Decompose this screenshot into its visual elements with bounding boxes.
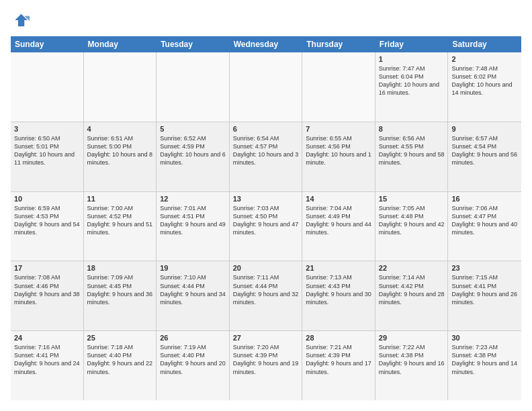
day-detail: Sunrise: 7:00 AM Sunset: 4:52 PM Dayligh… [87,204,153,237]
day-number: 18 [87,264,153,272]
day-detail: Sunrise: 7:22 AM Sunset: 4:38 PM Dayligh… [379,343,445,376]
day-cell-11: 11Sunrise: 7:00 AM Sunset: 4:52 PM Dayli… [84,192,157,261]
day-cell-4: 4Sunrise: 6:51 AM Sunset: 5:00 PM Daylig… [84,122,157,191]
day-number: 20 [233,264,299,272]
day-cell-2: 2Sunrise: 7:48 AM Sunset: 6:02 PM Daylig… [448,52,521,122]
day-cell-5: 5Sunrise: 6:52 AM Sunset: 4:59 PM Daylig… [157,122,230,191]
day-number: 26 [160,334,226,342]
day-detail: Sunrise: 7:04 AM Sunset: 4:49 PM Dayligh… [306,204,371,237]
day-number: 6 [233,125,299,133]
day-cell-6: 6Sunrise: 6:54 AM Sunset: 4:57 PM Daylig… [230,122,303,191]
day-number: 15 [379,195,445,203]
day-detail: Sunrise: 7:20 AM Sunset: 4:39 PM Dayligh… [233,343,299,376]
day-number: 17 [14,264,80,272]
day-detail: Sunrise: 6:57 AM Sunset: 4:54 PM Dayligh… [451,134,518,167]
day-number: 19 [160,264,226,272]
day-cell-12: 12Sunrise: 7:01 AM Sunset: 4:51 PM Dayli… [157,192,230,261]
calendar-week-1: 1Sunrise: 7:47 AM Sunset: 6:04 PM Daylig… [11,52,521,122]
day-detail: Sunrise: 7:47 AM Sunset: 6:04 PM Dayligh… [379,64,445,97]
header-day-saturday: Saturday [448,36,521,52]
day-detail: Sunrise: 7:15 AM Sunset: 4:41 PM Dayligh… [451,273,518,306]
day-cell-19: 19Sunrise: 7:10 AM Sunset: 4:44 PM Dayli… [157,261,230,330]
empty-cell [302,52,375,122]
calendar-week-4: 17Sunrise: 7:08 AM Sunset: 4:46 PM Dayli… [11,261,521,331]
logo [11,11,32,30]
calendar-week-3: 10Sunrise: 6:59 AM Sunset: 4:53 PM Dayli… [11,192,521,262]
header-day-thursday: Thursday [302,36,375,52]
day-cell-18: 18Sunrise: 7:09 AM Sunset: 4:45 PM Dayli… [84,261,157,330]
day-number: 30 [451,334,518,342]
header [11,11,521,30]
day-number: 13 [233,195,299,203]
day-detail: Sunrise: 7:11 AM Sunset: 4:44 PM Dayligh… [233,273,299,306]
day-number: 25 [87,334,153,342]
day-detail: Sunrise: 6:55 AM Sunset: 4:56 PM Dayligh… [306,134,371,167]
day-cell-3: 3Sunrise: 6:50 AM Sunset: 5:01 PM Daylig… [11,122,84,191]
calendar-week-2: 3Sunrise: 6:50 AM Sunset: 5:01 PM Daylig… [11,122,521,192]
day-cell-23: 23Sunrise: 7:15 AM Sunset: 4:41 PM Dayli… [448,261,521,330]
day-number: 23 [451,264,518,272]
day-number: 3 [14,125,80,133]
day-number: 8 [379,125,445,133]
day-detail: Sunrise: 7:18 AM Sunset: 4:40 PM Dayligh… [87,343,153,376]
header-day-tuesday: Tuesday [157,36,230,52]
day-cell-9: 9Sunrise: 6:57 AM Sunset: 4:54 PM Daylig… [448,122,521,191]
day-number: 1 [379,55,445,63]
day-number: 22 [379,264,445,272]
day-detail: Sunrise: 7:08 AM Sunset: 4:46 PM Dayligh… [14,273,80,306]
empty-cell [84,52,157,122]
day-cell-16: 16Sunrise: 7:06 AM Sunset: 4:47 PM Dayli… [448,192,521,261]
header-day-sunday: Sunday [11,36,84,52]
day-cell-15: 15Sunrise: 7:05 AM Sunset: 4:48 PM Dayli… [375,192,449,261]
day-number: 12 [160,195,226,203]
empty-cell [157,52,230,122]
day-number: 5 [160,125,226,133]
day-detail: Sunrise: 7:21 AM Sunset: 4:39 PM Dayligh… [306,343,371,376]
empty-cell [230,52,303,122]
day-detail: Sunrise: 6:54 AM Sunset: 4:57 PM Dayligh… [233,134,299,167]
day-detail: Sunrise: 7:13 AM Sunset: 4:43 PM Dayligh… [306,273,371,306]
day-number: 9 [451,125,518,133]
day-cell-7: 7Sunrise: 6:55 AM Sunset: 4:56 PM Daylig… [302,122,375,191]
day-cell-14: 14Sunrise: 7:04 AM Sunset: 4:49 PM Dayli… [302,192,375,261]
calendar-body: 1Sunrise: 7:47 AM Sunset: 6:04 PM Daylig… [11,52,521,400]
day-detail: Sunrise: 7:01 AM Sunset: 4:51 PM Dayligh… [160,204,226,237]
day-number: 4 [87,125,153,133]
day-cell-17: 17Sunrise: 7:08 AM Sunset: 4:46 PM Dayli… [11,261,84,330]
day-number: 11 [87,195,153,203]
svg-marker-0 [15,14,28,27]
day-cell-25: 25Sunrise: 7:18 AM Sunset: 4:40 PM Dayli… [84,331,157,400]
day-cell-21: 21Sunrise: 7:13 AM Sunset: 4:43 PM Dayli… [302,261,375,330]
day-number: 7 [306,125,371,133]
empty-cell [11,52,84,122]
day-detail: Sunrise: 7:23 AM Sunset: 4:38 PM Dayligh… [451,343,518,376]
day-detail: Sunrise: 7:14 AM Sunset: 4:42 PM Dayligh… [379,273,445,306]
day-cell-22: 22Sunrise: 7:14 AM Sunset: 4:42 PM Dayli… [375,261,449,330]
day-cell-28: 28Sunrise: 7:21 AM Sunset: 4:39 PM Dayli… [302,331,375,400]
calendar-header-row: SundayMondayTuesdayWednesdayThursdayFrid… [11,36,521,52]
day-cell-13: 13Sunrise: 7:03 AM Sunset: 4:50 PM Dayli… [230,192,303,261]
day-detail: Sunrise: 6:52 AM Sunset: 4:59 PM Dayligh… [160,134,226,167]
header-day-friday: Friday [375,36,449,52]
day-detail: Sunrise: 7:03 AM Sunset: 4:50 PM Dayligh… [233,204,299,237]
day-cell-26: 26Sunrise: 7:19 AM Sunset: 4:40 PM Dayli… [157,331,230,400]
header-day-monday: Monday [84,36,157,52]
day-detail: Sunrise: 7:09 AM Sunset: 4:45 PM Dayligh… [87,273,153,306]
day-number: 10 [14,195,80,203]
day-number: 27 [233,334,299,342]
day-detail: Sunrise: 7:10 AM Sunset: 4:44 PM Dayligh… [160,273,226,306]
day-detail: Sunrise: 7:48 AM Sunset: 6:02 PM Dayligh… [451,64,518,97]
day-detail: Sunrise: 6:50 AM Sunset: 5:01 PM Dayligh… [14,134,80,167]
day-number: 24 [14,334,80,342]
day-cell-8: 8Sunrise: 6:56 AM Sunset: 4:55 PM Daylig… [375,122,449,191]
day-number: 21 [306,264,371,272]
day-detail: Sunrise: 7:16 AM Sunset: 4:41 PM Dayligh… [14,343,80,376]
day-cell-24: 24Sunrise: 7:16 AM Sunset: 4:41 PM Dayli… [11,331,84,400]
calendar-week-5: 24Sunrise: 7:16 AM Sunset: 4:41 PM Dayli… [11,331,521,400]
day-detail: Sunrise: 6:51 AM Sunset: 5:00 PM Dayligh… [87,134,153,167]
day-detail: Sunrise: 6:56 AM Sunset: 4:55 PM Dayligh… [379,134,445,167]
day-detail: Sunrise: 7:05 AM Sunset: 4:48 PM Dayligh… [379,204,445,237]
day-number: 29 [379,334,445,342]
day-detail: Sunrise: 7:19 AM Sunset: 4:40 PM Dayligh… [160,343,226,376]
day-number: 28 [306,334,371,342]
